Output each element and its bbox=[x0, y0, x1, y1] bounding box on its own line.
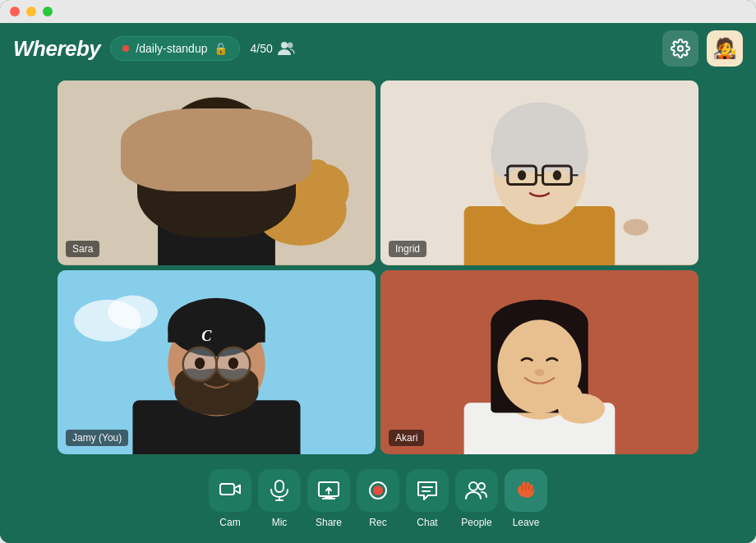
svg-point-42 bbox=[168, 297, 265, 356]
participant-label-jamy: Jamy (You) bbox=[66, 430, 128, 446]
video-feed-jamy: C bbox=[58, 270, 376, 455]
lock-icon: 🔒 bbox=[214, 42, 228, 55]
video-tile-jamy: C Jamy (You) bbox=[58, 270, 376, 455]
header: Whereby /daily-standup 🔒 4/50 bbox=[0, 23, 756, 74]
gear-icon bbox=[671, 39, 690, 58]
chat-icon bbox=[417, 481, 438, 501]
rec-button[interactable]: Rec bbox=[357, 469, 399, 528]
count-text: 4/50 bbox=[250, 42, 272, 55]
share-icon-container bbox=[307, 469, 350, 512]
logo: Whereby bbox=[13, 36, 100, 62]
chat-button[interactable]: Chat bbox=[406, 469, 449, 528]
svg-point-16 bbox=[197, 160, 209, 173]
people-count-icon bbox=[278, 41, 296, 56]
avatar-emoji: 🧑‍🎤 bbox=[712, 37, 737, 60]
participant-label-sara: Sara bbox=[66, 241, 99, 257]
people-icon-container bbox=[455, 469, 498, 512]
svg-point-11 bbox=[225, 110, 259, 152]
svg-rect-43 bbox=[168, 327, 265, 342]
participant-label-akari: Akari bbox=[389, 430, 424, 446]
svg-point-10 bbox=[174, 110, 208, 152]
svg-point-30 bbox=[518, 170, 526, 180]
svg-point-2 bbox=[678, 46, 683, 51]
svg-point-9 bbox=[236, 127, 273, 185]
svg-point-74 bbox=[478, 483, 485, 490]
svg-point-17 bbox=[224, 160, 236, 173]
share-button[interactable]: Share bbox=[307, 469, 350, 528]
svg-point-24 bbox=[561, 131, 588, 177]
svg-point-0 bbox=[281, 42, 288, 48]
svg-point-14 bbox=[304, 159, 331, 190]
svg-point-8 bbox=[160, 127, 197, 185]
svg-rect-61 bbox=[220, 484, 234, 495]
svg-point-35 bbox=[108, 295, 158, 329]
sara-avatar-svg bbox=[58, 81, 376, 265]
svg-point-32 bbox=[624, 219, 649, 235]
mic-icon bbox=[270, 480, 288, 501]
svg-point-73 bbox=[469, 482, 477, 490]
video-tile-sara: Sara bbox=[58, 81, 376, 265]
people-button[interactable]: People bbox=[455, 469, 498, 528]
cam-icon-container bbox=[209, 469, 251, 512]
svg-point-7 bbox=[168, 97, 265, 173]
share-label: Share bbox=[316, 517, 342, 528]
svg-point-60 bbox=[534, 369, 544, 375]
svg-point-50 bbox=[228, 357, 238, 369]
video-grid: Sara bbox=[0, 74, 756, 461]
svg-point-15 bbox=[294, 159, 314, 178]
ingrid-avatar-svg bbox=[380, 81, 698, 265]
header-left: Whereby /daily-standup 🔒 4/50 bbox=[13, 36, 296, 62]
titlebar bbox=[0, 0, 756, 23]
video-feed-akari bbox=[380, 270, 698, 455]
svg-point-1 bbox=[287, 43, 293, 48]
svg-point-70 bbox=[373, 485, 383, 495]
mic-label: Mic bbox=[272, 517, 288, 528]
chat-icon-container bbox=[406, 469, 449, 512]
svg-rect-62 bbox=[275, 481, 284, 492]
leave-icon-container bbox=[505, 469, 547, 512]
participant-label-ingrid: Ingrid bbox=[389, 241, 426, 257]
chat-label: Chat bbox=[417, 517, 437, 528]
rec-icon bbox=[367, 480, 389, 501]
svg-rect-4 bbox=[158, 198, 275, 265]
settings-button[interactable] bbox=[662, 30, 698, 67]
app-window: Whereby /daily-standup 🔒 4/50 bbox=[0, 0, 756, 543]
close-button[interactable] bbox=[10, 7, 20, 16]
svg-point-31 bbox=[553, 170, 561, 180]
leave-icon bbox=[514, 481, 537, 500]
svg-point-6 bbox=[173, 120, 260, 217]
svg-point-49 bbox=[195, 357, 205, 369]
akari-avatar-svg bbox=[380, 270, 698, 455]
people-label: People bbox=[461, 517, 491, 528]
mic-icon-container bbox=[258, 469, 301, 512]
people-icon bbox=[465, 481, 488, 500]
live-indicator bbox=[122, 45, 129, 52]
svg-point-59 bbox=[563, 384, 583, 415]
room-pill[interactable]: /daily-standup 🔒 bbox=[110, 36, 240, 61]
video-feed-sara bbox=[58, 81, 376, 265]
mic-button[interactable]: Mic bbox=[258, 469, 301, 528]
svg-point-23 bbox=[491, 131, 518, 177]
cam-label: Cam bbox=[219, 517, 240, 528]
svg-text:C: C bbox=[201, 327, 212, 343]
room-name: /daily-standup bbox=[136, 42, 207, 55]
video-tile-ingrid: Ingrid bbox=[380, 81, 698, 265]
control-bar: Cam Mic bbox=[0, 461, 756, 543]
video-tile-akari: Akari bbox=[380, 270, 698, 455]
svg-rect-5 bbox=[198, 181, 235, 205]
share-icon bbox=[318, 481, 339, 499]
participant-count: 4/50 bbox=[250, 41, 295, 56]
cam-button[interactable]: Cam bbox=[209, 469, 251, 528]
leave-label: Leave bbox=[513, 517, 540, 528]
leave-button[interactable]: Leave bbox=[505, 469, 547, 528]
fullscreen-button[interactable] bbox=[43, 7, 53, 16]
user-avatar-button[interactable]: 🧑‍🎤 bbox=[707, 30, 743, 67]
cam-icon bbox=[219, 481, 241, 499]
video-feed-ingrid bbox=[380, 81, 698, 265]
minimize-button[interactable] bbox=[26, 7, 36, 16]
rec-label: Rec bbox=[369, 517, 386, 528]
header-right: 🧑‍🎤 bbox=[662, 30, 743, 67]
jamy-avatar-svg: C bbox=[58, 270, 376, 455]
rec-icon-container bbox=[357, 469, 399, 512]
